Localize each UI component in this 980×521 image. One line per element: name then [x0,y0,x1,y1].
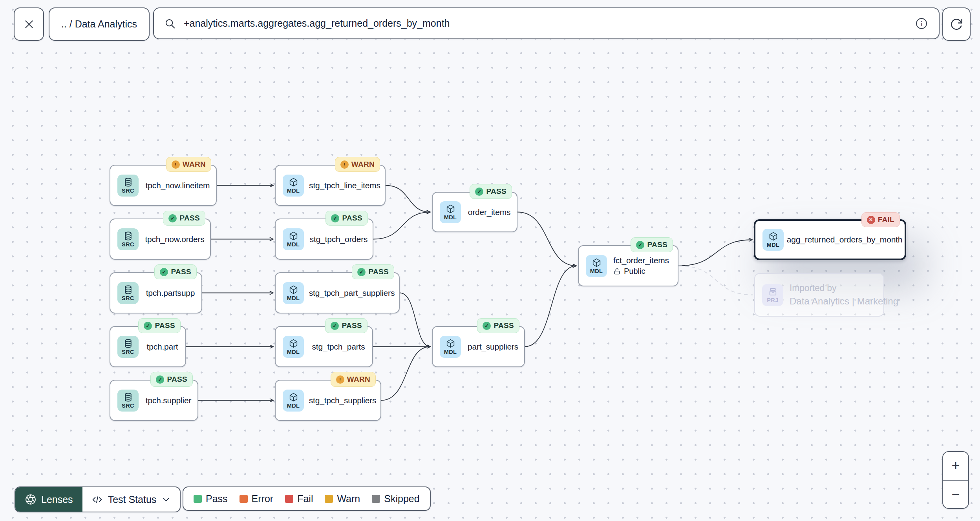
pass-status-icon: ✓ [475,188,483,196]
badge-label: PASS [486,187,506,196]
model-cube-icon [592,258,602,268]
model-cube-icon [289,339,298,348]
type-label: MDL [287,188,300,194]
zoom-out-button[interactable]: − [943,481,968,508]
type-label: SRC [122,403,134,409]
model-cube-icon [289,177,298,187]
legend-label: Warn [337,493,360,505]
badge-label: PASS [494,321,514,330]
mdl-type-chip: MDL [586,255,607,277]
status-badge-pass: ✓ PASS [631,237,673,252]
node-title: stg_tpch_suppliers [309,396,377,405]
type-label: SRC [122,295,134,301]
badge-label: FAIL [878,215,894,224]
node-title: Imported by [790,283,836,293]
model-cube-icon [446,204,455,214]
lens-pill: Lenses Test Status [15,486,181,512]
type-label: MDL [444,349,457,355]
model-cube-icon [289,231,298,241]
pass-status-icon: ✓ [144,322,152,330]
status-badge-fail: ✕ FAIL [861,212,900,227]
node-text: order_items [467,208,511,217]
lineage-canvas[interactable]: SRC tpch_now.lineitem ! WARN MDL stg_tpc… [0,0,980,521]
node-tpch_supplier[interactable]: SRC tpch.supplier ✓ PASS [110,380,198,421]
code-icon [92,494,102,505]
model-cube-icon [289,285,298,295]
node-text: tpch.supplier [145,396,192,405]
pass-status-icon: ✓ [160,268,168,276]
node-tpch_now_orders[interactable]: SRC tpch_now.orders ✓ PASS [110,219,211,260]
zoom-in-button[interactable]: + [943,452,968,480]
pass-status-icon: ✓ [483,322,491,330]
status-badge-pass: ✓ PASS [325,318,368,333]
edge-part_suppliers-fct_order_items [525,266,576,347]
node-text: stg_tpch_orders [310,235,367,244]
node-imported_by: PRJ Imported by Data Analytics | Marketi… [754,273,884,317]
mdl-type-chip: MDL [283,336,304,358]
node-tpch_partsupp[interactable]: SRC tpch.partsupp ✓ PASS [110,272,202,313]
status-badge-warn: ! WARN [166,157,211,172]
legend-swatch [285,495,293,503]
node-title: tpch.part [147,342,178,352]
node-stg_tpch_parts[interactable]: MDL stg_tpch_parts ✓ PASS [275,326,373,367]
legend-label: Pass [206,493,228,505]
badge-label: PASS [368,268,389,276]
status-badge-pass: ✓ PASS [325,211,368,226]
badge-label: PASS [647,240,667,249]
lock-open-icon [613,268,621,275]
src-type-chip: SRC [117,228,139,250]
src-type-chip: SRC [117,282,139,304]
node-tpch_part[interactable]: SRC tpch.part ✓ PASS [110,326,186,367]
node-stg_tpch_suppliers[interactable]: MDL stg_tpch_suppliers ! WARN [275,380,381,421]
type-label: MDL [287,241,300,248]
database-icon [123,231,133,241]
type-label: MDL [767,242,780,248]
lens-selector[interactable]: Test Status [82,487,180,512]
badge-label: PASS [179,214,200,222]
node-stg_tpch_part_suppliers[interactable]: MDL stg_tpch_part_suppliers ✓ PASS [275,272,400,313]
node-part_suppliers[interactable]: MDL part_suppliers ✓ PASS [432,326,525,367]
legend-item-warn: Warn [325,493,360,505]
model-cube-icon [289,392,298,402]
node-stg_tpch_orders[interactable]: MDL stg_tpch_orders ✓ PASS [275,219,373,260]
node-agg_returned_orders_by_month[interactable]: MDL agg_returned_orders_by_month ✕ FAIL [754,219,906,260]
access-row: Public [613,267,645,276]
aperture-icon [25,494,37,505]
node-text: stg_tpch_parts [310,342,367,352]
node-title: agg_returned_orders_by_month [787,235,902,244]
status-badge-pass: ✓ PASS [154,264,197,279]
pass-status-icon: ✓ [156,375,164,384]
warn-status-icon: ! [340,160,349,169]
node-title: stg_tpch_line_items [309,181,380,190]
fail-status-icon: ✕ [867,216,875,224]
node-stg_tpch_line_items[interactable]: MDL stg_tpch_line_items ! WARN [275,165,386,206]
node-text: tpch.part [145,342,180,352]
legend-label: Fail [297,493,313,505]
type-label: MDL [590,268,603,274]
badge-label: PASS [342,321,362,330]
lenses-button[interactable]: Lenses [15,487,82,512]
src-type-chip: SRC [117,336,139,358]
mdl-type-chip: MDL [440,201,461,223]
pass-status-icon: ✓ [331,214,339,222]
legend-item-pass: Pass [194,493,228,505]
zoom-controls: + − [942,451,969,509]
project-icon [768,287,778,297]
node-text: stg_tpch_line_items [310,181,379,190]
badge-label: PASS [167,375,187,384]
badge-label: WARN [351,160,375,169]
node-tpch_now_lineitem[interactable]: SRC tpch_now.lineitem ! WARN [110,165,217,206]
node-order_items[interactable]: MDL order_items ✓ PASS [432,192,517,232]
mdl-type-chip: MDL [440,336,461,358]
node-fct_order_items[interactable]: MDL fct_order_items Public ✓ PASS [578,245,678,286]
database-icon [123,339,133,348]
pass-status-icon: ✓ [331,322,339,330]
edge-order_items-fct_order_items [517,212,576,266]
node-text: part_suppliers [467,342,519,352]
database-icon [123,392,133,402]
node-text: fct_order_items Public [613,256,672,276]
mdl-type-chip: MDL [283,228,304,250]
status-badge-pass: ✓ PASS [470,184,512,199]
test-status-legend: Pass Error Fail Warn Skipped [183,486,431,511]
node-subtitle: Data Analytics | Marketing [790,296,898,307]
